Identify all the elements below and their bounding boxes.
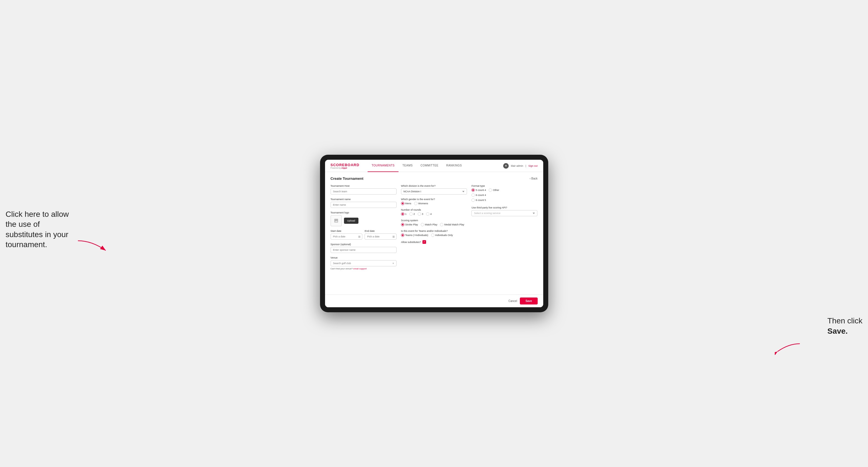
rounds-1-radio[interactable]	[401, 212, 404, 216]
rounds-radio-group: 1 2 3 4	[401, 212, 467, 216]
rounds-4[interactable]: 4	[426, 212, 432, 216]
scoring-group: Scoring system Stroke Play Match Play	[401, 219, 467, 226]
date-row: Start date ▦ End date ▦	[331, 229, 397, 240]
sponsor-label: Sponsor (optional)	[331, 243, 397, 246]
format-6count5: 6 count 5	[471, 198, 537, 202]
gender-mens[interactable]: Mens	[401, 202, 411, 205]
scoring-api-group: Use third-party live scoring API? Select…	[471, 206, 537, 216]
form-section-middle: Which division is the event for? NCAA Di…	[401, 185, 467, 273]
page-title: Create Tournament	[331, 177, 364, 181]
nav-links: TOURNAMENTS TEAMS COMMITTEE RANKINGS	[368, 160, 503, 172]
nav-link-rankings[interactable]: RANKINGS	[442, 160, 466, 172]
nav-link-tournaments[interactable]: TOURNAMENTS	[368, 160, 399, 172]
format-5count4: 5 count 4 Other	[471, 188, 537, 192]
rounds-2[interactable]: 2	[409, 212, 415, 216]
end-date-wrap: ▦	[365, 234, 397, 240]
rounds-label: Number of rounds	[401, 209, 467, 211]
sponsor-group: Sponsor (optional)	[331, 243, 397, 253]
tablet-screen: SCOREBOARD Powered by clippd TOURNAMENTS…	[325, 160, 543, 307]
format-5c4[interactable]: 5 count 4	[471, 188, 486, 192]
back-link[interactable]: ‹ Back	[530, 177, 537, 180]
allow-substitutes-label: Allow substitutes?	[401, 241, 421, 244]
allow-substitutes-checkbox[interactable]	[423, 240, 426, 244]
logo-clippd: clippd	[341, 167, 347, 169]
logo-placeholder	[331, 215, 342, 226]
cancel-button[interactable]: Cancel	[508, 300, 517, 303]
upload-button[interactable]: Upload	[344, 218, 359, 224]
scoring-api-label: Use third-party live scoring API?	[471, 206, 537, 209]
arrow-left-icon	[75, 238, 108, 255]
sign-out-link[interactable]: Sign out	[528, 164, 537, 167]
division-group: Which division is the event for? NCAA Di…	[401, 185, 467, 194]
tournament-host-group: Tournament Host	[331, 185, 397, 194]
save-button[interactable]: Save	[520, 298, 537, 305]
rounds-4-radio[interactable]	[426, 212, 429, 216]
calendar-icon-end: ▦	[393, 235, 395, 238]
scoring-medal[interactable]: Medal Match Play	[440, 223, 464, 226]
end-date-input[interactable]	[365, 234, 397, 240]
page-header: Create Tournament ‹ Back	[331, 177, 538, 181]
start-date-group: Start date ▦	[331, 229, 363, 240]
start-date-input[interactable]	[331, 234, 363, 240]
gender-label: Which gender is the event for?	[401, 198, 467, 201]
event-teams[interactable]: Teams (+Individuals)	[401, 234, 428, 237]
format-6c4[interactable]: 6 count 4	[471, 193, 486, 197]
venue-chevron-icon: ▼	[392, 262, 394, 265]
format-6c5[interactable]: 6 count 5	[471, 198, 486, 202]
format-6c4-radio[interactable]	[471, 193, 475, 197]
end-date-group: End date ▦	[365, 229, 397, 240]
event-type-label: Is this event for Teams and/or Individua…	[401, 229, 467, 232]
form-footer: Cancel Save	[325, 294, 543, 307]
form-section-left: Tournament Host Tournament name Tourname…	[331, 185, 397, 273]
scoring-match-radio[interactable]	[421, 223, 424, 226]
navigation-bar: SCOREBOARD Powered by clippd TOURNAMENTS…	[325, 160, 543, 172]
nav-right: B blair admin | Sign out	[503, 163, 537, 169]
nav-link-teams[interactable]: TEAMS	[399, 160, 416, 172]
scoring-stroke[interactable]: Stroke Play	[401, 223, 418, 226]
event-individuals[interactable]: Individuals Only	[431, 234, 453, 237]
tournament-name-input[interactable]	[331, 202, 397, 208]
venue-input[interactable]	[331, 260, 397, 266]
venue-help: Can't find your venue? email support	[331, 268, 397, 270]
rounds-1[interactable]: 1	[401, 212, 407, 216]
format-5c4-radio[interactable]	[471, 188, 475, 192]
format-6c5-radio[interactable]	[471, 198, 475, 202]
annotation-right: Then click Save.	[827, 316, 862, 336]
gender-womens[interactable]: Womens	[414, 202, 428, 205]
venue-email-link[interactable]: email support	[353, 268, 367, 270]
format-6count4: 6 count 4	[471, 193, 537, 197]
start-date-wrap: ▦	[331, 234, 363, 240]
scoring-stroke-radio[interactable]	[401, 223, 404, 226]
division-select-wrap: NCAA Division I	[401, 188, 467, 194]
tournament-logo-group: Tournament logo Upload	[331, 211, 397, 226]
tournament-host-input[interactable]	[331, 188, 397, 194]
gender-mens-radio[interactable]	[401, 202, 404, 205]
logo-powered-line: Powered by clippd	[331, 167, 360, 169]
arrow-right-icon	[775, 341, 803, 355]
rounds-2-radio[interactable]	[409, 212, 413, 216]
division-select[interactable]: NCAA Division I	[401, 188, 467, 194]
event-type-radio-group: Teams (+Individuals) Individuals Only	[401, 234, 467, 237]
scoring-label: Scoring system	[401, 219, 467, 222]
substitutes-group: Allow substitutes?	[401, 240, 467, 244]
event-individuals-radio[interactable]	[431, 234, 434, 237]
nav-link-committee[interactable]: COMMITTEE	[416, 160, 442, 172]
rounds-3-radio[interactable]	[418, 212, 421, 216]
venue-select-wrap: ▼	[331, 260, 397, 266]
event-teams-radio[interactable]	[401, 234, 404, 237]
format-other[interactable]: Other	[489, 188, 499, 192]
logo-scoreboard: SCOREBOARD	[331, 163, 360, 167]
rounds-3[interactable]: 3	[418, 212, 423, 216]
scoring-match[interactable]: Match Play	[421, 223, 437, 226]
gender-womens-radio[interactable]	[414, 202, 417, 205]
tablet-frame: SCOREBOARD Powered by clippd TOURNAMENTS…	[320, 155, 548, 312]
format-label: Format type	[471, 185, 537, 187]
user-name: blair admin	[511, 164, 523, 167]
start-date-label: Start date	[331, 229, 363, 232]
sponsor-input[interactable]	[331, 247, 397, 253]
substitutes-item: Allow substitutes?	[401, 240, 467, 244]
image-icon	[334, 218, 339, 223]
scoring-medal-radio[interactable]	[440, 223, 443, 226]
format-other-radio[interactable]	[489, 188, 492, 192]
scoring-service-select[interactable]: Select a scoring service	[471, 210, 537, 216]
